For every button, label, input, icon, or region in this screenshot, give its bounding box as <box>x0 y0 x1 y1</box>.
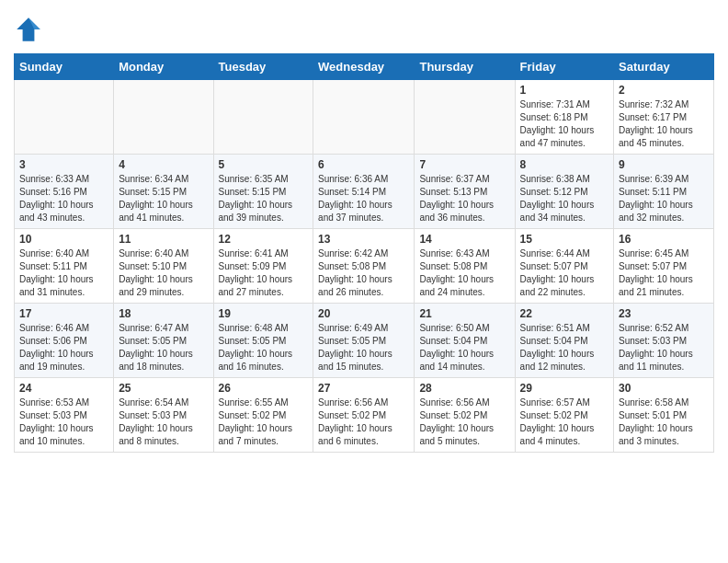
day-number: 4 <box>119 158 208 171</box>
day-number: 25 <box>119 382 208 395</box>
calendar-cell: 6Sunrise: 6:36 AM Sunset: 5:14 PM Daylig… <box>313 155 415 229</box>
day-number: 11 <box>119 233 208 246</box>
calendar-cell: 11Sunrise: 6:40 AM Sunset: 5:10 PM Dayli… <box>114 229 213 304</box>
day-info: Sunrise: 6:33 AM Sunset: 5:16 PM Dayligh… <box>19 173 108 224</box>
day-number: 28 <box>419 382 509 395</box>
calendar-cell: 23Sunrise: 6:52 AM Sunset: 5:03 PM Dayli… <box>614 304 714 378</box>
day-info: Sunrise: 6:46 AM Sunset: 5:06 PM Dayligh… <box>19 322 108 373</box>
day-number: 13 <box>318 233 409 246</box>
day-info: Sunrise: 6:52 AM Sunset: 5:03 PM Dayligh… <box>619 322 709 373</box>
day-number: 5 <box>219 158 309 171</box>
day-number: 26 <box>219 382 309 395</box>
day-number: 30 <box>619 382 709 395</box>
day-info: Sunrise: 6:39 AM Sunset: 5:11 PM Dayligh… <box>619 173 709 224</box>
day-info: Sunrise: 6:36 AM Sunset: 5:14 PM Dayligh… <box>318 173 409 224</box>
day-info: Sunrise: 6:37 AM Sunset: 5:13 PM Dayligh… <box>419 173 509 224</box>
day-info: Sunrise: 6:49 AM Sunset: 5:05 PM Dayligh… <box>318 322 409 373</box>
day-info: Sunrise: 6:56 AM Sunset: 5:02 PM Dayligh… <box>318 396 409 448</box>
day-info: Sunrise: 7:31 AM Sunset: 6:18 PM Dayligh… <box>520 98 609 150</box>
day-number: 2 <box>619 84 709 97</box>
day-number: 12 <box>219 233 309 246</box>
calendar-cell: 29Sunrise: 6:57 AM Sunset: 5:02 PM Dayli… <box>515 378 613 453</box>
day-number: 18 <box>119 307 208 320</box>
calendar-cell: 21Sunrise: 6:50 AM Sunset: 5:04 PM Dayli… <box>415 304 515 378</box>
day-number: 22 <box>520 307 609 320</box>
calendar-cell: 30Sunrise: 6:58 AM Sunset: 5:01 PM Dayli… <box>614 378 714 453</box>
day-info: Sunrise: 7:32 AM Sunset: 6:17 PM Dayligh… <box>619 98 709 150</box>
calendar-cell: 7Sunrise: 6:37 AM Sunset: 5:13 PM Daylig… <box>415 155 515 229</box>
calendar-cell: 20Sunrise: 6:49 AM Sunset: 5:05 PM Dayli… <box>313 304 415 378</box>
day-info: Sunrise: 6:51 AM Sunset: 5:04 PM Dayligh… <box>520 322 609 373</box>
day-number: 27 <box>318 382 409 395</box>
calendar-cell: 27Sunrise: 6:56 AM Sunset: 5:02 PM Dayli… <box>313 378 415 453</box>
day-info: Sunrise: 6:57 AM Sunset: 5:02 PM Dayligh… <box>520 396 609 448</box>
calendar-cell: 8Sunrise: 6:38 AM Sunset: 5:12 PM Daylig… <box>515 155 613 229</box>
day-info: Sunrise: 6:41 AM Sunset: 5:09 PM Dayligh… <box>219 247 309 299</box>
day-number: 7 <box>419 158 509 171</box>
calendar-cell <box>313 80 415 155</box>
calendar-cell: 12Sunrise: 6:41 AM Sunset: 5:09 PM Dayli… <box>213 229 313 304</box>
day-number: 6 <box>318 158 409 171</box>
logo <box>14 15 49 44</box>
day-number: 1 <box>520 84 609 97</box>
calendar-cell: 9Sunrise: 6:39 AM Sunset: 5:11 PM Daylig… <box>614 155 714 229</box>
calendar-cell <box>213 80 313 155</box>
day-number: 9 <box>619 158 709 171</box>
calendar-cell: 24Sunrise: 6:53 AM Sunset: 5:03 PM Dayli… <box>15 378 114 453</box>
day-number: 17 <box>19 307 108 320</box>
day-info: Sunrise: 6:35 AM Sunset: 5:15 PM Dayligh… <box>219 173 309 224</box>
day-info: Sunrise: 6:55 AM Sunset: 5:02 PM Dayligh… <box>219 396 309 448</box>
day-info: Sunrise: 6:56 AM Sunset: 5:02 PM Dayligh… <box>419 396 509 448</box>
day-info: Sunrise: 6:34 AM Sunset: 5:15 PM Dayligh… <box>119 173 208 224</box>
calendar-table: SundayMondayTuesdayWednesdayThursdayFrid… <box>14 53 714 453</box>
day-number: 3 <box>19 158 108 171</box>
day-number: 15 <box>520 233 609 246</box>
weekday-header-thursday: Thursday <box>415 54 515 80</box>
calendar-cell: 13Sunrise: 6:42 AM Sunset: 5:08 PM Dayli… <box>313 229 415 304</box>
day-info: Sunrise: 6:58 AM Sunset: 5:01 PM Dayligh… <box>619 396 709 448</box>
day-number: 16 <box>619 233 709 246</box>
day-number: 14 <box>419 233 509 246</box>
weekday-header-saturday: Saturday <box>614 54 714 80</box>
day-info: Sunrise: 6:42 AM Sunset: 5:08 PM Dayligh… <box>318 247 409 299</box>
calendar-cell: 15Sunrise: 6:44 AM Sunset: 5:07 PM Dayli… <box>515 229 613 304</box>
calendar-cell <box>114 80 213 155</box>
calendar-cell: 10Sunrise: 6:40 AM Sunset: 5:11 PM Dayli… <box>15 229 114 304</box>
calendar-cell: 3Sunrise: 6:33 AM Sunset: 5:16 PM Daylig… <box>15 155 114 229</box>
calendar-week-2: 3Sunrise: 6:33 AM Sunset: 5:16 PM Daylig… <box>15 155 714 229</box>
day-number: 24 <box>19 382 108 395</box>
calendar-cell: 22Sunrise: 6:51 AM Sunset: 5:04 PM Dayli… <box>515 304 613 378</box>
day-info: Sunrise: 6:40 AM Sunset: 5:11 PM Dayligh… <box>19 247 108 299</box>
page-container: SundayMondayTuesdayWednesdayThursdayFrid… <box>0 0 728 466</box>
day-number: 8 <box>520 158 609 171</box>
calendar-cell: 17Sunrise: 6:46 AM Sunset: 5:06 PM Dayli… <box>15 304 114 378</box>
weekday-header-wednesday: Wednesday <box>313 54 415 80</box>
day-info: Sunrise: 6:44 AM Sunset: 5:07 PM Dayligh… <box>520 247 609 299</box>
calendar-cell: 4Sunrise: 6:34 AM Sunset: 5:15 PM Daylig… <box>114 155 213 229</box>
day-number: 10 <box>19 233 108 246</box>
weekday-header-tuesday: Tuesday <box>213 54 313 80</box>
calendar-week-1: 1Sunrise: 7:31 AM Sunset: 6:18 PM Daylig… <box>15 80 714 155</box>
day-number: 19 <box>219 307 309 320</box>
calendar-week-3: 10Sunrise: 6:40 AM Sunset: 5:11 PM Dayli… <box>15 229 714 304</box>
day-info: Sunrise: 6:38 AM Sunset: 5:12 PM Dayligh… <box>520 173 609 224</box>
day-info: Sunrise: 6:47 AM Sunset: 5:05 PM Dayligh… <box>119 322 208 373</box>
day-info: Sunrise: 6:50 AM Sunset: 5:04 PM Dayligh… <box>419 322 509 373</box>
weekday-header-friday: Friday <box>515 54 613 80</box>
weekday-header-monday: Monday <box>114 54 213 80</box>
logo-icon <box>14 15 43 44</box>
day-info: Sunrise: 6:54 AM Sunset: 5:03 PM Dayligh… <box>119 396 208 448</box>
calendar-cell: 2Sunrise: 7:32 AM Sunset: 6:17 PM Daylig… <box>614 80 714 155</box>
calendar-week-5: 24Sunrise: 6:53 AM Sunset: 5:03 PM Dayli… <box>15 378 714 453</box>
day-info: Sunrise: 6:53 AM Sunset: 5:03 PM Dayligh… <box>19 396 108 448</box>
day-number: 21 <box>419 307 509 320</box>
calendar-cell: 16Sunrise: 6:45 AM Sunset: 5:07 PM Dayli… <box>614 229 714 304</box>
day-info: Sunrise: 6:40 AM Sunset: 5:10 PM Dayligh… <box>119 247 208 299</box>
calendar-cell: 1Sunrise: 7:31 AM Sunset: 6:18 PM Daylig… <box>515 80 613 155</box>
calendar-cell: 25Sunrise: 6:54 AM Sunset: 5:03 PM Dayli… <box>114 378 213 453</box>
calendar-cell <box>415 80 515 155</box>
day-info: Sunrise: 6:45 AM Sunset: 5:07 PM Dayligh… <box>619 247 709 299</box>
page-header <box>14 9 714 44</box>
day-number: 20 <box>318 307 409 320</box>
calendar-header-row: SundayMondayTuesdayWednesdayThursdayFrid… <box>15 54 714 80</box>
